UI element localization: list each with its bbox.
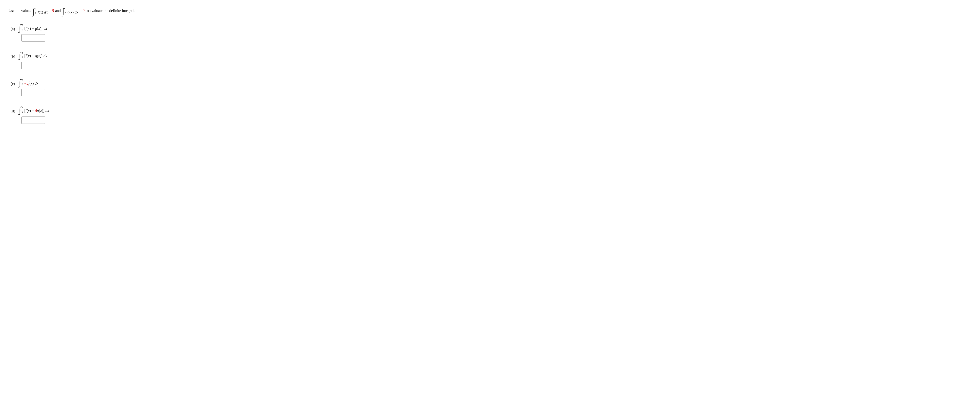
upper-limit-1: 3	[35, 7, 37, 11]
limits-2: 3 0	[65, 7, 66, 15]
part-a-upper: 3	[22, 24, 23, 27]
part-a-integrand: [f(x) + g(x)] dx	[24, 26, 47, 31]
part-d-label-row: (d) ∫ 3 0 [f(x) − 4g(x)] dx	[11, 105, 201, 113]
part-d-upper: 3	[22, 106, 23, 109]
part-c-label: (c)	[11, 81, 17, 86]
part-c-label-row: (c) ∫ 3 0 −5f(x) dx	[11, 78, 201, 86]
value-1: 8	[52, 8, 54, 13]
part-c-integral: ∫ 3 0 −5f(x) dx	[19, 78, 38, 86]
part-a: (a) ∫ 3 0 [f(x) + g(x)] dx	[11, 23, 201, 42]
part-a-label-row: (a) ∫ 3 0 [f(x) + g(x)] dx	[11, 23, 201, 31]
part-d-integral-symbol: ∫	[19, 105, 21, 114]
part-c-integrand: −5f(x) dx	[24, 81, 38, 86]
part-a-label: (a)	[11, 27, 17, 31]
part-b-label: (b)	[11, 54, 17, 59]
eq-sign-1: =	[49, 8, 51, 13]
part-d-answer-input[interactable]	[21, 117, 45, 124]
part-d-lower: 0	[22, 110, 23, 113]
part-d-integrand: [f(x) − 4g(x)] dx	[24, 109, 49, 113]
part-a-limits: 3 0	[22, 24, 23, 31]
part-d-limits: 3 0	[22, 106, 23, 113]
part-b-answer-input[interactable]	[21, 62, 45, 69]
part-b-limits: 3 0	[22, 51, 23, 59]
part-c: (c) ∫ 3 0 −5f(x) dx	[11, 78, 201, 96]
part-a-integral: ∫ 3 0 [f(x) + g(x)] dx	[19, 23, 47, 31]
part-d-label: (d)	[11, 109, 17, 113]
part-a-integral-symbol: ∫	[19, 23, 21, 32]
part-b-lower: 0	[22, 55, 23, 59]
part-c-answer-input[interactable]	[21, 89, 45, 96]
part-b-integral-symbol: ∫	[19, 51, 21, 59]
part-d-integral: ∫ 3 0 [f(x) − 4g(x)] dx	[19, 105, 49, 113]
intro-integral-2: ∫ 3 0 g(x) dx	[62, 6, 78, 15]
integrand-1: f(x) dx	[38, 10, 48, 15]
intro-suffix: to evaluate the definite integral.	[86, 8, 135, 13]
part-b-upper: 3	[22, 51, 23, 54]
part-d: (d) ∫ 3 0 [f(x) − 4g(x)] dx	[11, 105, 201, 124]
eq-sign-2: =	[80, 8, 82, 13]
value-2: 9	[83, 8, 84, 13]
part-c-upper: 3	[22, 78, 23, 82]
part-b-integrand: [f(x) − g(x)] dx	[24, 54, 47, 59]
upper-limit-2: 3	[65, 7, 66, 11]
intro-prefix: Use the values	[8, 8, 31, 13]
lower-limit-1: 0	[35, 11, 37, 15]
intro-integral-1: ∫ 3 0 f(x) dx	[32, 6, 48, 15]
integral-symbol-1: ∫	[32, 7, 35, 16]
page-container: Use the values ∫ 3 0 f(x) dx = 8 and ∫ 3…	[8, 6, 201, 124]
equals-2: = 9	[80, 8, 84, 13]
equals-1: = 8	[49, 8, 54, 13]
part-b-integral: ∫ 3 0 [f(x) − g(x)] dx	[19, 50, 47, 59]
integral-symbol-2: ∫	[62, 7, 64, 16]
part-a-lower: 0	[22, 28, 23, 31]
intro-line: Use the values ∫ 3 0 f(x) dx = 8 and ∫ 3…	[8, 6, 201, 15]
part-c-integral-symbol: ∫	[19, 78, 21, 87]
part-c-limits: 3 0	[22, 78, 23, 86]
part-b: (b) ∫ 3 0 [f(x) − g(x)] dx	[11, 50, 201, 69]
lower-limit-2: 0	[65, 11, 66, 15]
integrand-2: g(x) dx	[68, 10, 78, 15]
connector: and	[55, 8, 61, 13]
limits-1: 3 0	[35, 7, 37, 15]
part-c-lower: 0	[22, 83, 23, 86]
part-b-label-row: (b) ∫ 3 0 [f(x) − g(x)] dx	[11, 50, 201, 59]
part-a-answer-input[interactable]	[21, 34, 45, 42]
